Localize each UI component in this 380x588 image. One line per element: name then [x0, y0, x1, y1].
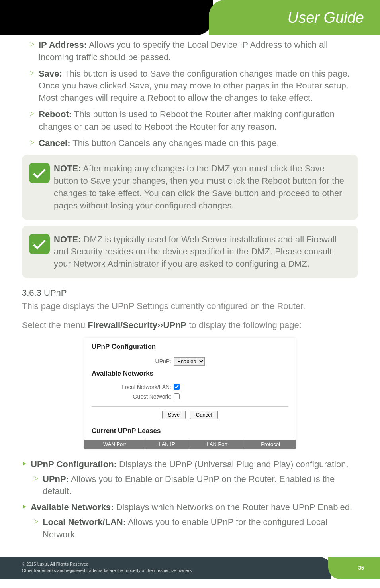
row-upnp: UPnP: Enabled [92, 356, 288, 367]
col-wan-port: WAN Port [84, 440, 145, 449]
copyright-line1: © 2015 Luxul. All Rights Reserved. [22, 561, 331, 568]
item-label: UPnP Configuration: [31, 459, 117, 469]
note-box-2: NOTE: DMZ is typically used for Web Serv… [22, 226, 358, 278]
row-guest: Guest Network: [92, 392, 288, 401]
row-lan: Local Network/LAN: [92, 382, 288, 392]
item-label: Local Network/LAN: [43, 517, 126, 527]
panel-buttons: Save Cancel [92, 411, 288, 425]
lower-definition-list: UPnP Configuration: Displays the UPnP (U… [22, 458, 358, 541]
lan-checkbox[interactable] [174, 384, 180, 390]
guest-label: Guest Network: [92, 393, 171, 400]
footer-copyright: © 2015 Luxul. All Rights Reserved. Other… [0, 557, 331, 579]
panel-heading-available-networks: Available Networks [92, 367, 288, 382]
item-text: Displays which Networks on the Router ha… [114, 502, 352, 512]
note-text-body: After making any changes to the DMZ you … [54, 163, 344, 210]
item-text: This button is used to Save the configur… [39, 69, 350, 103]
page-footer: © 2015 Luxul. All Rights Reserved. Other… [0, 557, 380, 579]
definition-list: IP Address: Allows you to specify the Lo… [22, 39, 358, 149]
checkmark-icon [29, 163, 50, 183]
guest-checkbox[interactable] [174, 393, 180, 399]
note-box-1: NOTE: After making any changes to the DM… [22, 155, 358, 220]
panel-heading-current-leases: Current UPnP Leases [92, 425, 288, 440]
item-text: Displays the UPnP (Universal Plug and Pl… [117, 459, 349, 469]
note-text-body: DMZ is typically used for Web Server ins… [54, 234, 337, 269]
subitem-upnp: UPnP: Allows you to Enable or Disable UP… [34, 473, 358, 498]
upnp-select[interactable]: Enabled [174, 357, 205, 366]
guide-title: User Guide [288, 9, 364, 26]
cancel-button[interactable]: Cancel [190, 411, 218, 419]
upnp-label: UPnP: [92, 358, 171, 364]
main-content: IP Address: Allows you to specify the Lo… [0, 35, 380, 553]
menu-path: Firewall/Security››UPnP [88, 320, 186, 330]
item-text: This button is used to Reboot the Router… [39, 109, 335, 132]
item-label: Save: [39, 69, 62, 79]
item-save: Save: This button is used to Save the co… [30, 68, 358, 104]
item-cancel: Cancel: This button Cancels any changes … [30, 137, 358, 149]
copyright-line2: Other trademarks and registered trademar… [22, 567, 331, 574]
item-label: Available Networks: [31, 502, 114, 512]
item-text: Allows you to Enable or Disable UPnP on … [43, 474, 335, 496]
header-left-block [0, 0, 213, 35]
header-right-block: User Guide [209, 0, 380, 35]
item-text: This button Cancels any changes made on … [70, 138, 279, 148]
save-button[interactable]: Save [162, 411, 186, 419]
item-upnp-configuration: UPnP Configuration: Displays the UPnP (U… [22, 458, 358, 498]
text-pre: Select the menu [22, 320, 88, 330]
col-lan-port: LAN Port [189, 440, 245, 449]
item-label: IP Address: [39, 40, 87, 50]
section-select-menu: Select the menu Firewall/Security››UPnP … [22, 319, 358, 332]
subitem-local-network-lan: Local Network/LAN: Allows you to enable … [34, 516, 358, 541]
checkmark-icon [29, 234, 50, 254]
item-reboot: Reboot: This button is used to Reboot th… [30, 108, 358, 133]
item-label: UPnP: [43, 474, 69, 484]
upnp-config-panel: UPnP Configuration UPnP: Enabled Availab… [84, 338, 296, 449]
item-ip-address: IP Address: Allows you to specify the Lo… [30, 39, 358, 64]
lan-label: Local Network/LAN: [92, 384, 171, 390]
col-lan-ip: LAN IP [145, 440, 189, 449]
item-available-networks: Available Networks: Displays which Netwo… [22, 501, 358, 541]
panel-heading-upnp-config: UPnP Configuration [92, 340, 288, 356]
leases-table: WAN Port LAN IP LAN Port Protocol [84, 440, 296, 449]
section-heading: 3.6.3 UPnP [22, 288, 358, 298]
table-header-row: WAN Port LAN IP LAN Port Protocol [84, 440, 296, 449]
text-post: to display the following page: [186, 320, 302, 330]
section-intro: This page displays the UPnP Settings cur… [22, 300, 358, 313]
item-label: Reboot: [39, 109, 72, 119]
item-label: Cancel: [39, 138, 70, 148]
note-label: NOTE: [54, 234, 81, 244]
divider [92, 406, 288, 407]
note-label: NOTE: [54, 163, 81, 173]
col-protocol: Protocol [245, 440, 296, 449]
page-header: User Guide [0, 0, 380, 35]
page-number: 35 [328, 557, 380, 579]
